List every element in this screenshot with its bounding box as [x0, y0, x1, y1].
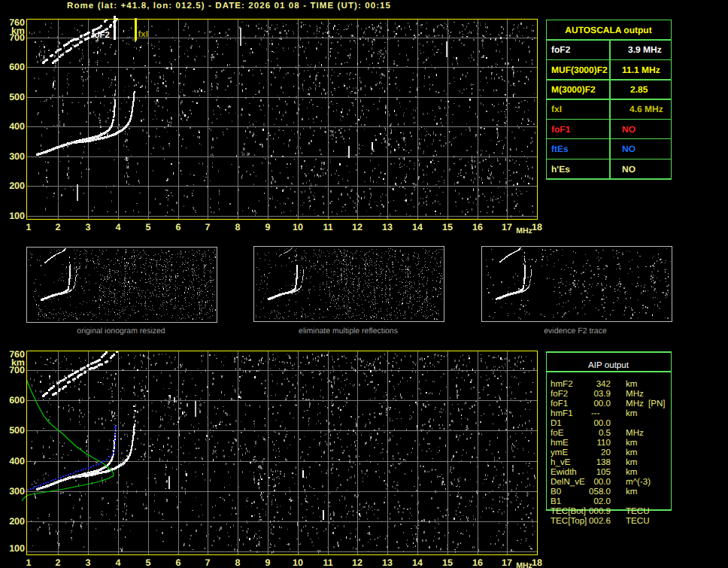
svg-text:100: 100 [9, 543, 25, 554]
svg-text:ymE: ymE [551, 448, 568, 457]
svg-text:km: km [626, 409, 637, 418]
svg-text:18: 18 [532, 557, 542, 568]
svg-text:100: 100 [9, 211, 25, 221]
svg-text:002.6: 002.6 [589, 516, 611, 526]
svg-text:13: 13 [382, 222, 393, 232]
svg-text:15: 15 [442, 222, 453, 232]
svg-text:h'Es: h'Es [551, 164, 570, 175]
svg-text:00.0: 00.0 [593, 418, 611, 428]
svg-text:0.5: 0.5 [599, 428, 611, 438]
svg-text:2: 2 [56, 222, 61, 232]
svg-text:058.0: 058.0 [589, 487, 611, 497]
svg-text:h_vE: h_vE [551, 457, 571, 467]
svg-text:B1: B1 [551, 497, 561, 506]
svg-text:1: 1 [26, 557, 32, 568]
svg-text:200: 200 [9, 516, 25, 527]
svg-text:MUF(3000)F2: MUF(3000)F2 [551, 65, 608, 75]
svg-text:700: 700 [9, 365, 25, 375]
svg-text:9: 9 [265, 557, 271, 568]
svg-text:200: 200 [9, 181, 25, 191]
svg-text:MHz: MHz [626, 389, 644, 399]
svg-text:m^(-3): m^(-3) [626, 477, 651, 487]
svg-text:8: 8 [235, 222, 241, 232]
svg-text:16: 16 [472, 557, 483, 568]
svg-text:6: 6 [176, 557, 181, 568]
svg-text:[PN]: [PN] [648, 399, 666, 409]
svg-text:fxI: fxI [551, 104, 562, 114]
svg-text:700: 700 [9, 32, 25, 43]
svg-text:original ionogram resized: original ionogram resized [77, 327, 165, 336]
svg-text:17: 17 [502, 222, 512, 232]
svg-text:MHz: MHz [626, 428, 644, 438]
svg-text:6: 6 [176, 222, 181, 232]
svg-text:3: 3 [86, 557, 91, 568]
svg-text:MHz: MHz [516, 561, 532, 568]
svg-text:8: 8 [235, 557, 241, 568]
svg-text:1: 1 [26, 222, 32, 232]
svg-text:20: 20 [601, 448, 611, 457]
svg-text:M(3000)F2: M(3000)F2 [551, 84, 596, 95]
svg-text:NO: NO [622, 144, 635, 154]
svg-text:7: 7 [205, 557, 211, 568]
svg-text:342: 342 [596, 379, 611, 389]
svg-text:foF1: foF1 [551, 399, 568, 409]
svg-text:02.0: 02.0 [593, 497, 611, 506]
svg-text:17: 17 [502, 557, 512, 568]
svg-text:NO: NO [622, 164, 635, 175]
svg-text:2.85: 2.85 [630, 84, 648, 95]
svg-text:evidence F2 trace: evidence F2 trace [544, 327, 607, 336]
svg-text:Rome (lat: +41.8, lon: 012.5): Rome (lat: +41.8, lon: 012.5) - DATE: 20… [67, 2, 391, 11]
svg-text:TECU: TECU [626, 516, 650, 526]
svg-text:km: km [626, 487, 637, 497]
svg-text:eliminate multiple reflections: eliminate multiple reflections [299, 327, 398, 336]
svg-text:hmF2: hmF2 [551, 379, 573, 389]
svg-text:ftEs: ftEs [551, 144, 569, 154]
svg-text:3: 3 [86, 222, 91, 232]
svg-text:NO: NO [622, 124, 635, 135]
svg-text:DelN_vE: DelN_vE [551, 477, 585, 487]
svg-text:3.9 MHz: 3.9 MHz [628, 44, 662, 55]
svg-text:14: 14 [412, 222, 423, 232]
svg-text:00.0: 00.0 [593, 399, 611, 409]
svg-text:km: km [626, 448, 637, 457]
svg-text:500: 500 [9, 425, 25, 436]
svg-text:fxI: fxI [138, 30, 148, 39]
svg-text:foF2: foF2 [551, 44, 571, 55]
svg-text:18: 18 [532, 222, 542, 232]
svg-text:km: km [626, 467, 637, 477]
svg-text:4: 4 [116, 557, 121, 568]
svg-text:km: km [626, 438, 637, 448]
svg-text:300: 300 [9, 151, 25, 162]
svg-text:10: 10 [293, 557, 303, 568]
svg-text:11: 11 [323, 557, 332, 568]
svg-text:00.0: 00.0 [593, 477, 611, 487]
svg-text:5: 5 [146, 222, 151, 232]
svg-text:AIP output: AIP output [588, 360, 629, 370]
svg-text:13: 13 [382, 557, 393, 568]
svg-text:MHz: MHz [626, 399, 644, 409]
svg-text:TEC[Top]: TEC[Top] [551, 516, 587, 526]
svg-text:TEC[Bot]: TEC[Bot] [551, 506, 586, 516]
svg-text:hmF1: hmF1 [551, 409, 573, 418]
svg-text:138: 138 [596, 457, 611, 467]
svg-text:400: 400 [9, 456, 25, 466]
svg-text:foF1: foF1 [551, 124, 571, 135]
svg-text:---: --- [591, 409, 600, 418]
svg-text:300: 300 [9, 486, 25, 497]
svg-text:14: 14 [412, 557, 423, 568]
svg-text:TECU: TECU [626, 506, 650, 516]
svg-text:10: 10 [293, 222, 303, 232]
svg-text:15: 15 [442, 557, 453, 568]
svg-text:400: 400 [9, 121, 25, 132]
svg-text:105: 105 [596, 467, 611, 477]
svg-text:500: 500 [9, 92, 25, 102]
svg-text:km: km [626, 379, 637, 389]
svg-text:11: 11 [323, 222, 332, 232]
svg-text:12: 12 [352, 557, 362, 568]
svg-text:B0: B0 [551, 487, 561, 497]
svg-text:5: 5 [146, 557, 151, 568]
svg-text:4: 4 [116, 222, 121, 232]
svg-text:foF2: foF2 [92, 31, 110, 40]
svg-text:foE: foE [551, 428, 564, 438]
svg-text:km: km [626, 457, 637, 467]
